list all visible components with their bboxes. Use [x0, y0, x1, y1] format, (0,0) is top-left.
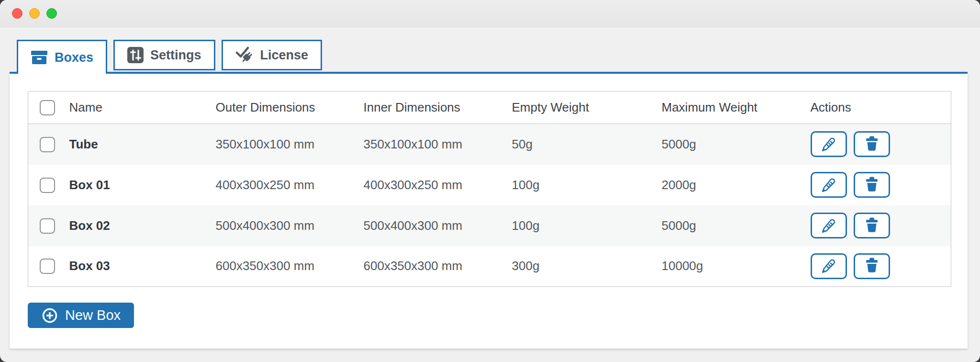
new-box-button[interactable]: New Box: [28, 303, 134, 328]
column-header-outer: Outer Dimensions: [204, 91, 352, 124]
select-all-checkbox[interactable]: [40, 100, 55, 115]
app-window: Boxes Settings: [0, 0, 980, 362]
plugin-page: Boxes Settings: [0, 27, 980, 349]
delete-button[interactable]: [854, 213, 890, 238]
license-icon: [235, 46, 254, 64]
row-actions: [811, 131, 951, 157]
box-empty-weight: 100g: [501, 165, 650, 205]
edit-button[interactable]: [811, 253, 847, 279]
table-header-row: Name Outer Dimensions Inner Dimensions E…: [28, 91, 951, 124]
row-checkbox[interactable]: [40, 259, 55, 274]
box-inner-dimensions: 600x350x300 mm: [352, 246, 501, 287]
box-maximum-weight: 10000g: [650, 246, 799, 287]
edit-button[interactable]: [811, 213, 847, 238]
tab-boxes[interactable]: Boxes: [17, 40, 107, 74]
zoom-button[interactable]: [46, 8, 57, 19]
box-inner-dimensions: 400x300x250 mm: [352, 165, 501, 205]
box-maximum-weight: 5000g: [650, 124, 799, 165]
box-outer-dimensions: 600x350x300 mm: [204, 246, 352, 287]
delete-button[interactable]: [854, 253, 890, 279]
row-checkbox[interactable]: [40, 137, 55, 152]
box-name: Box 01: [58, 165, 204, 205]
row-actions: [811, 172, 951, 198]
table-row: Box 02 500x400x300 mm 500x400x300 mm 100…: [28, 205, 951, 246]
pencil-icon: [820, 135, 838, 154]
box-inner-dimensions: 500x400x300 mm: [352, 205, 501, 246]
close-button[interactable]: [12, 8, 22, 19]
table-row: Box 01 400x300x250 mm 400x300x250 mm 100…: [28, 165, 951, 205]
column-header-inner: Inner Dimensions: [352, 91, 501, 124]
tab-bar: Boxes Settings: [0, 40, 980, 70]
tab-label: License: [260, 48, 309, 63]
tab-license[interactable]: License: [222, 40, 323, 70]
trash-icon: [863, 135, 881, 154]
pencil-icon: [820, 256, 838, 276]
boxes-icon: [31, 50, 48, 65]
trash-icon: [863, 175, 881, 195]
trash-icon: [863, 256, 881, 276]
row-actions: [811, 253, 951, 279]
row-actions: [811, 213, 951, 238]
window-controls: [12, 8, 57, 19]
row-checkbox[interactable]: [40, 178, 55, 193]
box-maximum-weight: 5000g: [650, 205, 799, 246]
box-empty-weight: 100g: [501, 205, 650, 246]
tab-settings[interactable]: Settings: [113, 40, 215, 70]
minimize-button[interactable]: [29, 8, 40, 19]
table-row: Tube 350x100x100 mm 350x100x100 mm 50g 5…: [28, 124, 951, 165]
delete-button[interactable]: [854, 131, 890, 157]
row-checkbox[interactable]: [40, 218, 55, 234]
delete-button[interactable]: [854, 172, 890, 198]
box-outer-dimensions: 400x300x250 mm: [204, 165, 352, 205]
box-inner-dimensions: 350x100x100 mm: [352, 124, 501, 165]
plus-circle-icon: [41, 307, 58, 324]
boxes-table: Name Outer Dimensions Inner Dimensions E…: [28, 91, 951, 287]
column-header-max: Maximum Weight: [650, 91, 799, 124]
column-header-name: Name: [58, 91, 204, 124]
settings-icon: [127, 47, 144, 63]
pencil-icon: [820, 216, 838, 236]
table-body: Tube 350x100x100 mm 350x100x100 mm 50g 5…: [28, 124, 951, 287]
box-empty-weight: 50g: [501, 124, 650, 165]
column-header-empty: Empty Weight: [501, 91, 650, 124]
titlebar: [0, 0, 980, 27]
box-name: Tube: [58, 124, 204, 165]
trash-icon: [863, 216, 881, 236]
box-empty-weight: 300g: [501, 246, 650, 287]
box-maximum-weight: 2000g: [650, 165, 799, 205]
new-box-label: New Box: [65, 307, 121, 323]
edit-button[interactable]: [811, 172, 847, 198]
table-row: Box 03 600x350x300 mm 600x350x300 mm 300…: [28, 246, 951, 287]
box-name: Box 03: [58, 246, 204, 287]
boxes-panel: Name Outer Dimensions Inner Dimensions E…: [10, 72, 968, 349]
tab-label: Settings: [150, 48, 201, 63]
column-header-actions: Actions: [799, 91, 951, 124]
tab-label: Boxes: [55, 50, 93, 65]
box-outer-dimensions: 350x100x100 mm: [204, 124, 352, 165]
box-name: Box 02: [58, 205, 204, 246]
box-outer-dimensions: 500x400x300 mm: [204, 205, 352, 246]
edit-button[interactable]: [811, 131, 847, 157]
pencil-icon: [820, 175, 838, 195]
